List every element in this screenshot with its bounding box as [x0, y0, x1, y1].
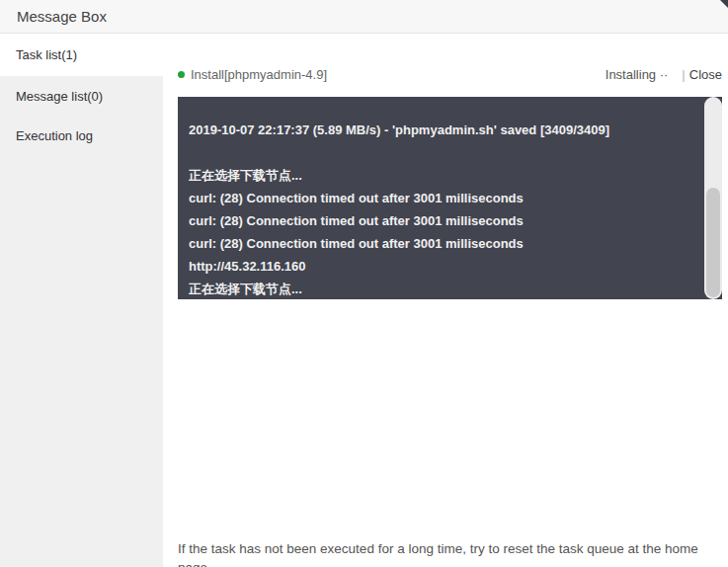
sidebar-item-label: Message list(0): [16, 89, 103, 104]
sidebar-item-execution-log[interactable]: Execution log: [0, 116, 163, 155]
message-box-dialog: Message Box Task list(1) Message list(0)…: [0, 0, 728, 567]
console-line: http://45.32.116.160: [189, 255, 692, 278]
task-row: Install[phpmyadmin-4.9] Installing ·· | …: [178, 65, 722, 83]
console-line: curl: (28) Connection timed out after 30…: [189, 187, 692, 209]
sidebar-item-message-list[interactable]: Message list(0): [0, 76, 163, 116]
console-scrollbar-thumb[interactable]: [706, 188, 720, 297]
dialog-body: Task list(1) Message list(0) Execution l…: [0, 34, 728, 567]
corner-backdrop: [720, 0, 728, 8]
console-line: 2019-10-07 22:17:37 (5.89 MB/s) - 'phpmy…: [189, 119, 692, 141]
dialog-title: Message Box: [17, 8, 107, 25]
dialog-header: Message Box: [0, 0, 728, 34]
sidebar: Task list(1) Message list(0) Execution l…: [0, 34, 163, 567]
console-output[interactable]: 2019-10-07 22:17:37 (5.89 MB/s) - 'phpmy…: [178, 97, 722, 299]
task-panel: Install[phpmyadmin-4.9] Installing ·· | …: [163, 34, 728, 567]
sidebar-item-label: Task list(1): [16, 47, 77, 62]
sidebar-item-label: Execution log: [16, 128, 93, 143]
task-title: Install[phpmyadmin-4.9]: [191, 67, 606, 82]
sidebar-item-task-list[interactable]: Task list(1): [0, 34, 163, 76]
console-line: curl: (28) Connection timed out after 30…: [189, 232, 692, 255]
footer-hint: If the task has not been executed for a …: [178, 539, 727, 567]
console-line: 正在选择下载节点...: [189, 164, 692, 187]
console-line: [189, 141, 692, 164]
console-scrollbar[interactable]: [704, 97, 722, 299]
console-line: curl: (28) Connection timed out after 30…: [189, 209, 692, 232]
task-close-button[interactable]: Close: [689, 67, 722, 82]
console-line: 正在选择下载节点...: [189, 278, 692, 299]
task-separator: |: [682, 67, 685, 82]
task-status: Installing ··: [606, 67, 669, 82]
footer-hint-text: If the task has not been executed for a …: [178, 541, 698, 567]
task-status-dot-icon: [178, 71, 185, 78]
